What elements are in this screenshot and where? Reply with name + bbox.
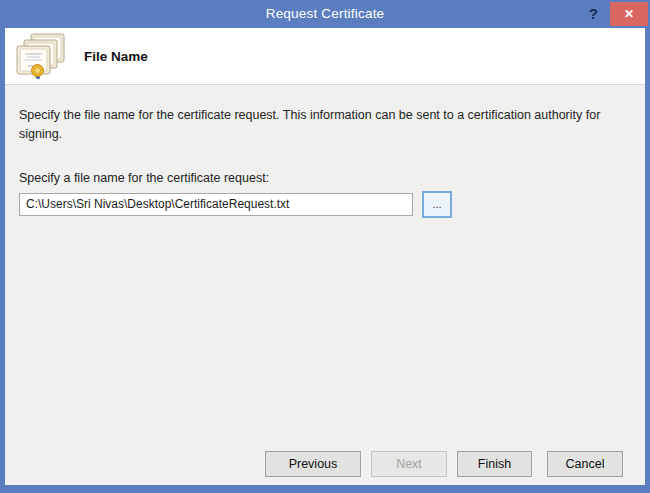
close-icon: ✕ — [624, 7, 634, 21]
certificates-icon — [16, 33, 66, 79]
browse-button[interactable]: ... — [422, 191, 452, 218]
description-text: Specify the file name for the certificat… — [19, 106, 614, 144]
file-name-label: Specify a file name for the certificate … — [19, 171, 631, 185]
wizard-navigation: Previous Next Finish Cancel — [265, 451, 623, 477]
dialog-body-frame: File Name Specify the file name for the … — [5, 28, 645, 485]
wizard-header: File Name — [5, 28, 645, 85]
finish-button[interactable]: Finish — [457, 451, 532, 477]
previous-button[interactable]: Previous — [265, 451, 361, 477]
window-title: Request Certificate — [0, 0, 650, 28]
wizard-content: Specify the file name for the certificat… — [5, 85, 645, 485]
help-icon[interactable]: ? — [589, 0, 598, 28]
file-input-row: ... — [19, 193, 631, 218]
file-path-input[interactable] — [19, 193, 413, 216]
cancel-button[interactable]: Cancel — [547, 451, 623, 477]
page-title: File Name — [84, 49, 148, 64]
close-button[interactable]: ✕ — [610, 2, 648, 26]
next-button: Next — [371, 451, 447, 477]
request-certificate-dialog: Request Certificate ? ✕ — [0, 0, 650, 493]
titlebar: Request Certificate ? ✕ — [0, 0, 650, 28]
